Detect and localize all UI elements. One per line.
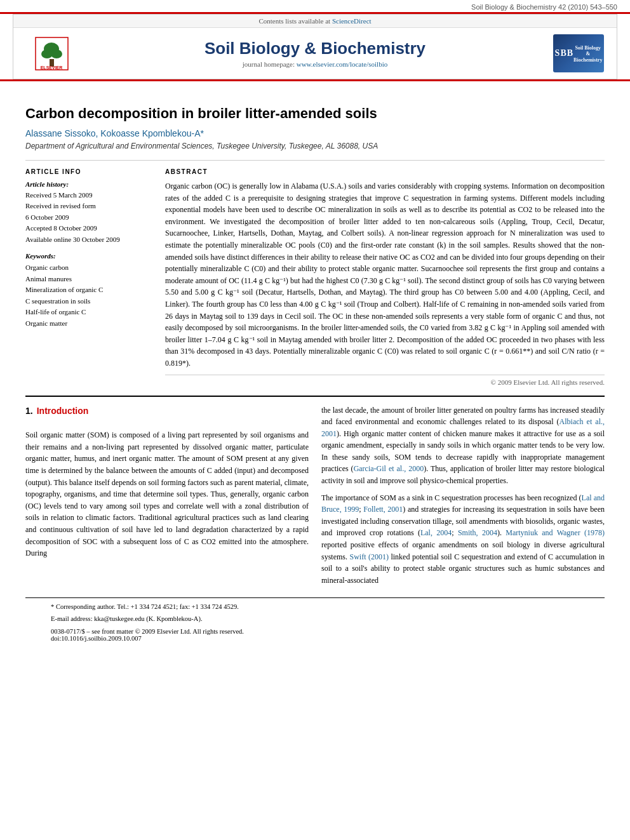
- article-authors: Alassane Sissoko, Kokoasse Kpomblekou-A*: [25, 128, 605, 138]
- elsevier-logo: ELSEVIER: [26, 36, 77, 71]
- article-title: Carbon decomposition in broiler litter-a…: [25, 105, 605, 122]
- revised-date: 6 October 2009: [25, 213, 152, 222]
- logo-sbb: SBB: [555, 48, 573, 58]
- intro-text-left: Soil organic matter (SOM) is composed of…: [25, 429, 309, 559]
- journal-homepage: journal homepage: www.elsevier.com/locat…: [77, 60, 553, 68]
- footer-corresponding: * Corresponding author. Tel.: +1 334 724…: [51, 602, 579, 612]
- article-info-col: ARTICLE INFO Article history: Received 5…: [25, 168, 152, 386]
- abstract-heading: ABSTRACT: [165, 168, 605, 175]
- contents-bar: Contents lists available at ScienceDirec…: [13, 15, 617, 28]
- ref-martyniuk-link[interactable]: Martyniuk and Wagner (1978): [506, 528, 605, 537]
- introduction-section: 1. Introduction Soil organic matter (SOM…: [25, 396, 605, 592]
- intro-heading-text: Introduction: [37, 404, 89, 418]
- abstract-content: Organic carbon (OC) is generally low in …: [165, 180, 605, 370]
- footer-doi-area: 0038-0717/$ – see front matter © 2009 El…: [51, 628, 579, 642]
- journal-title-text: Soil Biology & Biochemistry: [77, 39, 553, 58]
- journal-logo-right: SBB Soil Biology& Biochemistry: [553, 34, 604, 72]
- ref-swift-link[interactable]: Swift (2001): [349, 552, 388, 561]
- abstract-col: ABSTRACT Organic carbon (OC) is generall…: [165, 168, 605, 386]
- article-info-heading: ARTICLE INFO: [25, 168, 152, 175]
- intro-right-p1: the last decade, the amount of broiler l…: [321, 404, 605, 487]
- header-banner: Contents lists available at ScienceDirec…: [13, 14, 617, 79]
- intro-left-col: 1. Introduction Soil organic matter (SOM…: [25, 404, 309, 592]
- accepted-date: Accepted 8 October 2009: [25, 223, 152, 233]
- ref-lal2004-link[interactable]: Lal, 2004: [420, 528, 452, 537]
- logo-subtitle: Soil Biology& Biochemistry: [573, 45, 602, 63]
- journal-title-area: ELSEVIER Soil Biology & Biochemistry jou…: [13, 28, 617, 79]
- intro-right-col: the last decade, the amount of broiler l…: [321, 404, 605, 592]
- received-revised-label: Received in revised form: [25, 201, 152, 211]
- footer-email: E-mail address: kka@tuskegee.edu (K. Kpo…: [51, 614, 579, 624]
- footer-issn: 0038-0717/$ – see front matter © 2009 El…: [51, 628, 579, 635]
- ref-smith2004-link[interactable]: Smith, 2004: [458, 528, 497, 537]
- footer-email-text: E-mail address: kka@tuskegee.edu (K. Kpo…: [51, 615, 203, 622]
- intro-two-col: 1. Introduction Soil organic matter (SOM…: [25, 404, 605, 592]
- intro-left-p1: Soil organic matter (SOM) is composed of…: [25, 429, 309, 559]
- article-affiliation: Department of Agricultural and Environme…: [25, 142, 605, 150]
- journal-top-info-text: Soil Biology & Biochemistry 42 (2010) 54…: [471, 3, 617, 11]
- intro-heading-row: 1. Introduction: [25, 404, 309, 425]
- received-date: Received 5 March 2009: [25, 190, 152, 200]
- keywords-list: Organic carbon Animal manures Mineraliza…: [25, 262, 152, 330]
- keywords-text: Organic carbon Animal manures Mineraliza…: [25, 262, 152, 330]
- ref-albiach-link[interactable]: Albiach et al., 2001: [321, 417, 605, 438]
- elsevier-tree-icon: ELSEVIER: [34, 36, 69, 71]
- homepage-label: journal homepage:: [243, 60, 297, 68]
- svg-text:ELSEVIER: ELSEVIER: [40, 65, 62, 70]
- footer-doi: doi:10.1016/j.soilbio.2009.10.007: [51, 635, 579, 642]
- copyright-notice: © 2009 Elsevier Ltd. All rights reserved…: [165, 375, 605, 386]
- intro-right-p2: The importance of SOM as a sink in C seq…: [321, 492, 605, 587]
- intro-text-right: the last decade, the amount of broiler l…: [321, 404, 605, 587]
- authors-text: Alassane Sissoko, Kokoasse Kpomblekou-A*: [25, 128, 204, 138]
- journal-main-title: Soil Biology & Biochemistry journal home…: [77, 39, 553, 68]
- footer-notes: * Corresponding author. Tel.: +1 334 724…: [51, 602, 579, 624]
- article-history: Article history: Received 5 March 2009 R…: [25, 180, 152, 244]
- history-heading: Article history:: [25, 180, 152, 188]
- ref-garcia-link[interactable]: Garcia-Gil et al., 2000: [354, 464, 424, 473]
- article-content: Carbon decomposition in broiler litter-a…: [0, 81, 630, 658]
- journal-info-top: Soil Biology & Biochemistry 42 (2010) 54…: [0, 0, 630, 12]
- keywords-section: Keywords: Organic carbon Animal manures …: [25, 252, 152, 330]
- contents-text: Contents lists available at: [258, 17, 330, 25]
- footer-area: * Corresponding author. Tel.: +1 334 724…: [25, 597, 605, 646]
- svg-point-4: [51, 50, 62, 58]
- sciencedirect-link[interactable]: ScienceDirect: [332, 17, 372, 25]
- intro-number: 1.: [25, 404, 33, 418]
- article-title-section: Carbon decomposition in broiler litter-a…: [25, 105, 605, 122]
- page: Soil Biology & Biochemistry 42 (2010) 54…: [0, 0, 630, 840]
- ref-follett-link[interactable]: Follett, 2001: [363, 505, 403, 514]
- abstract-text: Organic carbon (OC) is generally low in …: [165, 180, 605, 370]
- keywords-heading: Keywords:: [25, 252, 152, 260]
- available-date: Available online 30 October 2009: [25, 235, 152, 244]
- homepage-link[interactable]: www.elsevier.com/locate/soilbio: [297, 60, 387, 68]
- article-info-abstract: ARTICLE INFO Article history: Received 5…: [25, 160, 605, 386]
